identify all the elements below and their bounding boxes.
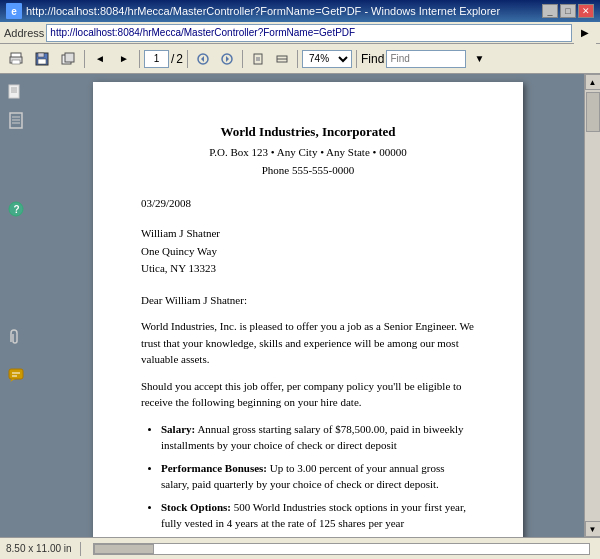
go-button[interactable]: ▶ xyxy=(574,22,596,44)
left-sidebar: ? xyxy=(0,74,32,537)
toolbar-separator-3 xyxy=(187,50,188,68)
svg-rect-26 xyxy=(9,369,23,379)
pdf-page: World Industries, Incorporated P.O. Box … xyxy=(93,82,523,537)
find-label: Find xyxy=(361,52,384,66)
paragraph-2: Should you accept this job offer, per co… xyxy=(141,378,475,411)
toolbar-separator-2 xyxy=(139,50,140,68)
recipient-city: Utica, NY 13323 xyxy=(141,260,475,278)
sidebar-help-icon[interactable]: ? xyxy=(5,198,27,220)
scroll-track[interactable] xyxy=(585,90,601,521)
pdf-content-area[interactable]: World Industries, Incorporated P.O. Box … xyxy=(32,74,584,537)
sidebar-bookmarks-icon[interactable] xyxy=(5,110,27,132)
svg-rect-2 xyxy=(12,60,20,64)
svg-rect-7 xyxy=(65,53,74,62)
save-button[interactable] xyxy=(30,48,54,70)
window-controls: _ □ ✕ xyxy=(542,4,594,18)
forward-button[interactable]: ► xyxy=(113,48,135,70)
prev-page-icon xyxy=(197,53,209,65)
close-button[interactable]: ✕ xyxy=(578,4,594,18)
stock-label: Stock Options: xyxy=(161,501,231,513)
bullet-bonus: Performance Bonuses: Up to 3.00 percent … xyxy=(161,460,475,493)
address-label: Address xyxy=(4,27,44,39)
export-icon xyxy=(61,52,75,66)
zoom-select[interactable]: 74% 50% 75% 100% 125% 150% xyxy=(302,50,352,68)
sidebar-thumbnail-icon[interactable] xyxy=(5,82,27,104)
toolbar-separator-1 xyxy=(84,50,85,68)
svg-rect-13 xyxy=(256,57,260,61)
company-address: P.O. Box 123 • Any City • Any State • 00… xyxy=(141,144,475,161)
help-icon: ? xyxy=(7,200,25,218)
svg-marker-11 xyxy=(226,56,229,62)
title-bar: e http://localhost:8084/hrMecca/MasterCo… xyxy=(0,0,600,22)
h-scroll-thumb[interactable] xyxy=(94,544,154,554)
status-separator xyxy=(80,542,81,556)
find-dropdown-button[interactable]: ▼ xyxy=(468,48,490,70)
toolbar-separator-5 xyxy=(297,50,298,68)
page-dimensions: 8.50 x 11.00 in xyxy=(6,543,72,554)
company-phone: Phone 555-555-0000 xyxy=(141,162,475,179)
scroll-up-button[interactable]: ▲ xyxy=(585,74,601,90)
bullet-salary: Salary: Annual gross starting salary of … xyxy=(161,421,475,454)
bookmarks-icon xyxy=(7,112,25,130)
total-pages: 2 xyxy=(176,52,183,66)
svg-rect-5 xyxy=(38,59,46,64)
vertical-scrollbar[interactable]: ▲ ▼ xyxy=(584,74,600,537)
salary-text: Annual gross starting salary of $78,500.… xyxy=(161,423,464,452)
fit-page-button[interactable] xyxy=(247,48,269,70)
recipient-address: William J Shatner One Quincy Way Utica, … xyxy=(141,225,475,278)
save-icon xyxy=(35,52,49,66)
sidebar-comment-icon[interactable] xyxy=(5,364,27,386)
horizontal-scrollbar[interactable] xyxy=(93,543,590,555)
next-page-icon xyxy=(221,53,233,65)
status-bar: 8.50 x 11.00 in xyxy=(0,537,600,559)
fit-page-icon xyxy=(252,53,264,65)
print-icon xyxy=(9,52,23,66)
current-page-input[interactable] xyxy=(144,50,169,68)
print-button[interactable] xyxy=(4,48,28,70)
prev-page-button[interactable] xyxy=(192,48,214,70)
toolbar: ◄ ► / 2 74% 50% xyxy=(0,44,600,74)
ie-icon: e xyxy=(6,3,22,19)
letter-date: 03/29/2008 xyxy=(141,195,475,212)
sidebar-attachment-icon[interactable] xyxy=(5,326,27,348)
find-input[interactable] xyxy=(386,50,466,68)
address-input[interactable] xyxy=(46,24,572,42)
page-icon xyxy=(7,84,25,102)
main-layout: ? World Industries, Incorporated P.O. Bo… xyxy=(0,74,600,537)
svg-rect-4 xyxy=(38,53,44,57)
recipient-name: William J Shatner xyxy=(141,225,475,243)
fit-width-icon xyxy=(276,53,288,65)
scroll-down-button[interactable]: ▼ xyxy=(585,521,601,537)
paragraph-1: World Industries, Inc. is pleased to off… xyxy=(141,318,475,368)
svg-marker-9 xyxy=(201,56,204,62)
toolbar-separator-4 xyxy=(242,50,243,68)
svg-text:?: ? xyxy=(14,204,20,215)
export-button[interactable] xyxy=(56,48,80,70)
page-separator: / xyxy=(171,52,174,66)
recipient-street: One Quincy Way xyxy=(141,243,475,261)
fit-width-button[interactable] xyxy=(271,48,293,70)
salutation: Dear William J Shatner: xyxy=(141,292,475,309)
benefits-list: Salary: Annual gross starting salary of … xyxy=(161,421,475,537)
bullet-stock: Stock Options: 500 World Industries stoc… xyxy=(161,499,475,532)
salary-label: Salary: xyxy=(161,423,195,435)
company-name: World Industries, Incorporated xyxy=(141,122,475,142)
window-title: http://localhost:8084/hrMecca/MasterCont… xyxy=(26,5,500,17)
bonus-label: Performance Bonuses: xyxy=(161,462,267,474)
scroll-thumb[interactable] xyxy=(586,92,600,132)
back-button[interactable]: ◄ xyxy=(89,48,111,70)
page-navigation: / 2 xyxy=(144,50,183,68)
maximize-button[interactable]: □ xyxy=(560,4,576,18)
attachment-icon xyxy=(7,328,25,346)
address-bar: Address ▶ xyxy=(0,22,600,44)
comment-icon xyxy=(7,366,25,384)
next-page-button[interactable] xyxy=(216,48,238,70)
minimize-button[interactable]: _ xyxy=(542,4,558,18)
toolbar-separator-6 xyxy=(356,50,357,68)
